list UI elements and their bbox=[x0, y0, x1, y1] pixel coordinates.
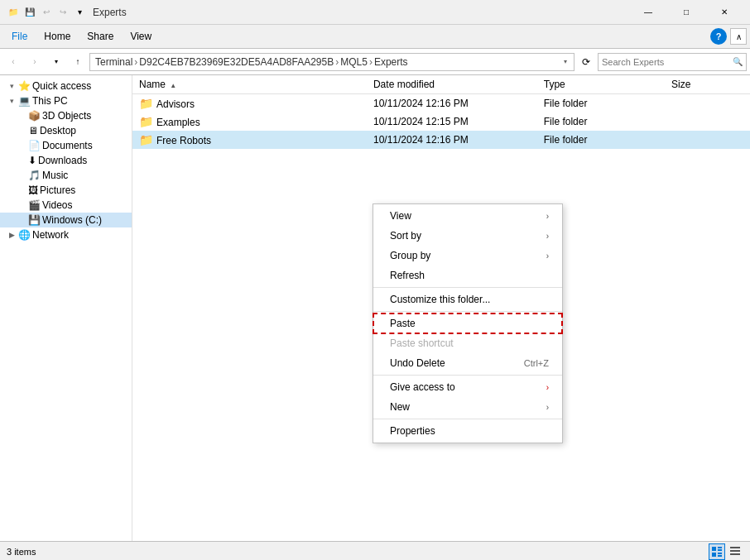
close-button[interactable]: ✕ bbox=[705, 0, 743, 25]
title-bar-left: 📁 💾 ↩ ↪ ▾ Experts bbox=[7, 6, 127, 19]
ctx-new-label: New bbox=[390, 401, 410, 413]
path-terminal: Terminal bbox=[95, 56, 132, 68]
ctx-paste[interactable]: Paste bbox=[373, 314, 562, 333]
sidebar-item-documents[interactable]: 📄 Documents bbox=[0, 138, 132, 153]
table-row[interactable]: 📁Advisors 10/11/2024 12:16 PM File folde… bbox=[132, 94, 750, 113]
svg-rect-1 bbox=[718, 547, 722, 548]
col-header-name[interactable]: Name ▲ bbox=[132, 75, 367, 94]
file-area: Name ▲ Date modified Type Size 📁Advisors… bbox=[132, 75, 750, 541]
file-date: 10/11/2024 12:16 PM bbox=[367, 94, 537, 113]
table-row[interactable]: 📁Free Robots 10/11/2024 12:16 PM File fo… bbox=[132, 131, 750, 149]
sidebar-item-music[interactable]: 🎵 Music bbox=[0, 168, 132, 183]
ctx-refresh[interactable]: Refresh bbox=[373, 266, 562, 285]
svg-rect-0 bbox=[712, 547, 716, 551]
ctx-give-access-label: Give access to bbox=[390, 381, 455, 393]
sidebar-item-pictures[interactable]: 🖼 Pictures bbox=[0, 183, 132, 198]
list-view-button[interactable] bbox=[727, 543, 743, 560]
file-date: 10/11/2024 12:16 PM bbox=[367, 131, 537, 149]
sidebar-item-this-pc[interactable]: ▾ 💻 This PC bbox=[0, 93, 132, 108]
svg-rect-4 bbox=[718, 549, 722, 551]
this-pc-icon: 💻 bbox=[18, 95, 31, 107]
tab-view[interactable]: View bbox=[122, 27, 160, 45]
pictures-icon: 🖼 bbox=[28, 184, 38, 196]
file-size bbox=[665, 112, 750, 131]
music-expand-arrow bbox=[17, 170, 26, 180]
ctx-give-access[interactable]: Give access to › bbox=[373, 377, 562, 397]
network-icon: 🌐 bbox=[18, 229, 31, 241]
ctx-view-arrow: › bbox=[546, 212, 549, 221]
sidebar-item-desktop[interactable]: 🖥 Desktop bbox=[0, 123, 132, 138]
sidebar-label-music: Music bbox=[42, 170, 68, 181]
sidebar-item-windows-c[interactable]: 💾 Windows (C:) bbox=[0, 213, 132, 227]
ctx-new[interactable]: New › bbox=[373, 397, 562, 417]
sidebar-label-this-pc: This PC bbox=[32, 95, 68, 107]
tab-home[interactable]: Home bbox=[36, 27, 79, 45]
ribbon-collapse-button[interactable]: ∧ bbox=[730, 28, 747, 45]
tab-share[interactable]: Share bbox=[79, 27, 122, 45]
ctx-view[interactable]: View › bbox=[373, 206, 562, 226]
col-header-type[interactable]: Type bbox=[537, 75, 665, 94]
file-name: 📁Examples bbox=[132, 112, 367, 131]
ctx-customize[interactable]: Customize this folder... bbox=[373, 290, 562, 309]
quick-access-toolbar-icon: ▾ bbox=[73, 6, 86, 19]
sidebar-label-pictures: Pictures bbox=[40, 184, 75, 196]
3d-expand-arrow bbox=[17, 111, 26, 121]
ctx-sort-by-label: Sort by bbox=[390, 230, 421, 242]
sidebar-item-network[interactable]: ▶ 🌐 Network bbox=[0, 227, 132, 242]
svg-rect-8 bbox=[730, 553, 740, 555]
file-name: 📁Advisors bbox=[132, 94, 367, 113]
forward-button[interactable]: › bbox=[25, 52, 45, 72]
path-mql5: MQL5 bbox=[340, 56, 368, 68]
back-button[interactable]: ‹ bbox=[3, 52, 23, 72]
search-input[interactable] bbox=[602, 57, 733, 67]
status-bar: 3 items bbox=[0, 541, 750, 560]
address-path[interactable]: Terminal › D92C4EB7B23969E32DE5A4AD8FAA2… bbox=[89, 53, 575, 71]
sidebar-item-3d-objects[interactable]: 📦 3D Objects bbox=[0, 108, 132, 123]
window-title: Experts bbox=[93, 7, 127, 18]
context-menu: View › Sort by › Group by › Refresh Cust… bbox=[373, 203, 563, 443]
ctx-paste-shortcut-label: Paste shortcut bbox=[390, 337, 454, 349]
details-view-button[interactable] bbox=[709, 543, 725, 560]
ctx-properties[interactable]: Properties bbox=[373, 421, 562, 441]
tab-file[interactable]: File bbox=[3, 27, 36, 45]
details-view-icon bbox=[711, 546, 723, 558]
file-size bbox=[665, 94, 750, 113]
3d-objects-icon: 📦 bbox=[28, 110, 41, 122]
sidebar-item-quick-access[interactable]: ▾ ⭐ Quick access bbox=[0, 79, 132, 93]
folder-icon: 📁 bbox=[7, 6, 20, 19]
up-button[interactable]: ↑ bbox=[68, 52, 88, 72]
file-type: File folder bbox=[537, 131, 665, 149]
help-icon[interactable]: ? bbox=[710, 28, 727, 45]
sidebar-label-videos: Videos bbox=[42, 199, 72, 211]
path-experts: Experts bbox=[374, 56, 408, 68]
refresh-button[interactable]: ⟳ bbox=[576, 52, 596, 72]
desktop-expand-arrow bbox=[17, 126, 26, 136]
svg-rect-7 bbox=[730, 550, 740, 552]
ctx-undo-delete-label: Undo Delete bbox=[390, 357, 445, 369]
ctx-separator-4 bbox=[373, 419, 562, 419]
ribbon-expand: ? ∧ bbox=[710, 28, 747, 45]
maximize-button[interactable]: □ bbox=[667, 0, 705, 25]
videos-icon: 🎬 bbox=[28, 199, 41, 211]
ctx-group-by-label: Group by bbox=[390, 250, 430, 261]
main-area: ▾ ⭐ Quick access ▾ 💻 This PC 📦 3D Object… bbox=[0, 75, 750, 541]
sidebar-label-3d: 3D Objects bbox=[42, 110, 91, 122]
ctx-undo-delete[interactable]: Undo Delete Ctrl+Z bbox=[373, 353, 562, 373]
sidebar-item-videos[interactable]: 🎬 Videos bbox=[0, 198, 132, 213]
col-header-size[interactable]: Size bbox=[665, 75, 750, 94]
col-header-date[interactable]: Date modified bbox=[367, 75, 537, 94]
ctx-properties-label: Properties bbox=[390, 425, 435, 437]
ctx-refresh-label: Refresh bbox=[390, 270, 425, 281]
folder-icon-free-robots: 📁 bbox=[139, 133, 153, 146]
minimize-button[interactable]: — bbox=[629, 0, 667, 25]
ctx-group-by[interactable]: Group by › bbox=[373, 246, 562, 266]
dropdown-button[interactable]: ▾ bbox=[46, 52, 66, 72]
svg-rect-3 bbox=[718, 553, 722, 554]
col-name-label: Name bbox=[139, 79, 166, 90]
sidebar-label-documents: Documents bbox=[42, 140, 93, 151]
ctx-customize-label: Customize this folder... bbox=[390, 294, 490, 305]
ctx-sort-by[interactable]: Sort by › bbox=[373, 226, 562, 246]
table-row[interactable]: 📁Examples 10/11/2024 12:15 PM File folde… bbox=[132, 112, 750, 131]
ctx-paste-shortcut: Paste shortcut bbox=[373, 333, 562, 353]
sidebar-item-downloads[interactable]: ⬇ Downloads bbox=[0, 153, 132, 168]
